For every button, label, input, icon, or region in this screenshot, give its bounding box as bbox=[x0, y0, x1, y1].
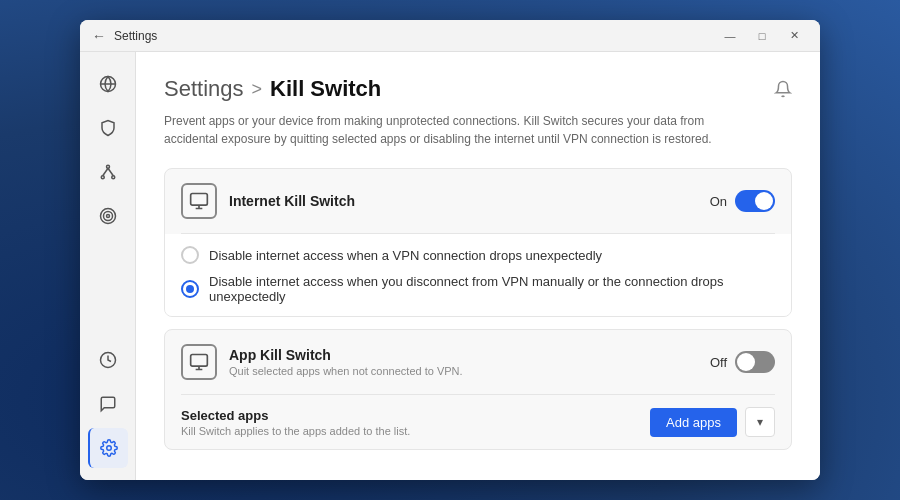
sidebar-item-support[interactable] bbox=[88, 384, 128, 424]
sidebar-item-globe[interactable] bbox=[88, 64, 128, 104]
internet-kill-switch-row: Internet Kill Switch On bbox=[165, 169, 791, 233]
content-area: Settings > Kill Switch Prevent apps or y… bbox=[80, 52, 820, 480]
internet-kill-switch-title: Internet Kill Switch bbox=[229, 193, 710, 209]
svg-rect-15 bbox=[191, 355, 208, 367]
selected-apps-row: Selected apps Kill Switch applies to the… bbox=[165, 395, 791, 449]
breadcrumb-current: Kill Switch bbox=[270, 76, 381, 102]
internet-kill-switch-toggle-row: On bbox=[710, 190, 775, 212]
selected-apps-chevron-button[interactable]: ▾ bbox=[745, 407, 775, 437]
sidebar-item-shield[interactable] bbox=[88, 108, 128, 148]
page-description: Prevent apps or your device from making … bbox=[164, 112, 744, 148]
svg-point-8 bbox=[103, 212, 112, 221]
breadcrumb-settings[interactable]: Settings bbox=[164, 76, 244, 102]
radio-label-1: Disable internet access when a VPN conne… bbox=[209, 248, 602, 263]
app-kill-switch-title: App Kill Switch bbox=[229, 347, 710, 363]
app-kill-switch-toggle[interactable] bbox=[735, 351, 775, 373]
internet-kill-switch-icon bbox=[181, 183, 217, 219]
main-content: Settings > Kill Switch Prevent apps or y… bbox=[136, 52, 820, 480]
sidebar-item-settings[interactable] bbox=[88, 428, 128, 468]
breadcrumb: Settings > Kill Switch bbox=[164, 76, 381, 102]
selected-apps-text: Selected apps Kill Switch applies to the… bbox=[181, 408, 650, 437]
internet-kill-switch-card: Internet Kill Switch On Disable internet… bbox=[164, 168, 792, 317]
radio-section: Disable internet access when a VPN conne… bbox=[165, 234, 791, 316]
app-kill-switch-toggle-label: Off bbox=[710, 355, 727, 370]
app-kill-switch-toggle-row: Off bbox=[710, 351, 775, 373]
svg-line-5 bbox=[102, 168, 107, 176]
app-kill-switch-icon bbox=[181, 344, 217, 380]
svg-point-4 bbox=[111, 176, 114, 179]
selected-apps-title: Selected apps bbox=[181, 408, 650, 423]
svg-point-2 bbox=[106, 165, 109, 168]
close-button[interactable]: ✕ bbox=[780, 26, 808, 46]
svg-rect-12 bbox=[191, 194, 208, 206]
radio-option-1[interactable]: Disable internet access when a VPN conne… bbox=[181, 246, 775, 264]
sidebar bbox=[80, 52, 136, 480]
app-kill-switch-subtitle: Quit selected apps when not connected to… bbox=[229, 365, 710, 377]
add-apps-button[interactable]: Add apps bbox=[650, 408, 737, 437]
page-header: Settings > Kill Switch bbox=[164, 76, 792, 108]
breadcrumb-separator: > bbox=[252, 79, 263, 100]
window-controls: — □ ✕ bbox=[716, 26, 808, 46]
minimize-button[interactable]: — bbox=[716, 26, 744, 46]
internet-kill-switch-toggle-label: On bbox=[710, 194, 727, 209]
app-kill-switch-row: App Kill Switch Quit selected apps when … bbox=[165, 330, 791, 394]
internet-kill-switch-toggle[interactable] bbox=[735, 190, 775, 212]
back-button[interactable]: ← bbox=[92, 28, 106, 44]
radio-label-2: Disable internet access when you disconn… bbox=[209, 274, 775, 304]
sidebar-item-target[interactable] bbox=[88, 196, 128, 236]
chevron-down-icon: ▾ bbox=[757, 415, 763, 429]
main-window: ← Settings — □ ✕ bbox=[80, 20, 820, 480]
svg-point-3 bbox=[101, 176, 104, 179]
app-kill-switch-card: App Kill Switch Quit selected apps when … bbox=[164, 329, 792, 450]
titlebar: ← Settings — □ ✕ bbox=[80, 20, 820, 52]
internet-kill-switch-text: Internet Kill Switch bbox=[229, 193, 710, 209]
app-kill-switch-text: App Kill Switch Quit selected apps when … bbox=[229, 347, 710, 377]
svg-line-6 bbox=[108, 168, 113, 176]
radio-circle-2 bbox=[181, 280, 199, 298]
sidebar-item-history[interactable] bbox=[88, 340, 128, 380]
maximize-button[interactable]: □ bbox=[748, 26, 776, 46]
sidebar-item-network[interactable] bbox=[88, 152, 128, 192]
selected-apps-subtitle: Kill Switch applies to the apps added to… bbox=[181, 425, 650, 437]
titlebar-title: Settings bbox=[114, 29, 716, 43]
svg-point-9 bbox=[106, 215, 109, 218]
radio-circle-1 bbox=[181, 246, 199, 264]
sidebar-bottom bbox=[88, 340, 128, 468]
svg-point-11 bbox=[106, 446, 111, 451]
notification-bell-icon[interactable] bbox=[774, 80, 792, 102]
radio-option-2[interactable]: Disable internet access when you disconn… bbox=[181, 274, 775, 304]
